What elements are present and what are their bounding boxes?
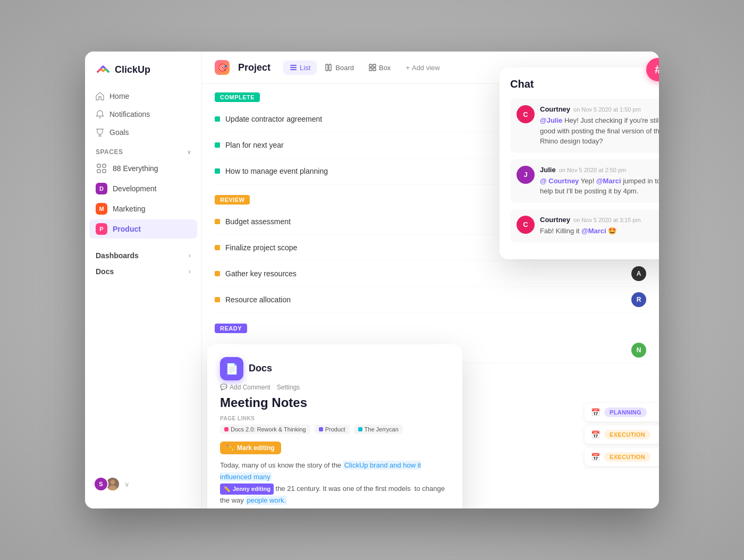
execution-badge-2: EXECUTION <box>604 452 650 462</box>
spaces-chevron[interactable]: ∨ <box>187 149 191 155</box>
table-row[interactable]: Gather key resources A <box>215 261 646 287</box>
avatar-group: S <box>94 477 120 491</box>
table-row[interactable]: Resource allocation R <box>215 287 646 313</box>
everything-label: 88 Everything <box>113 164 158 173</box>
list-icon <box>290 64 297 71</box>
task-status-dot <box>215 168 220 174</box>
everything-icon <box>96 163 107 174</box>
avatar: A <box>631 266 646 281</box>
sidebar-bottom: S ∨ <box>85 470 201 498</box>
add-comment-action[interactable]: 💬 Add Comment <box>220 384 270 391</box>
sidebar-item-development[interactable]: D Development <box>89 179 197 198</box>
svg-rect-8 <box>290 69 297 70</box>
chat-avatar-courtney: C <box>517 105 535 123</box>
chat-title: Chat <box>510 78 659 90</box>
tab-list[interactable]: List <box>283 61 317 75</box>
docs-actions: 💬 Add Comment Settings <box>220 384 450 391</box>
project-icon: 🎯 <box>215 60 230 75</box>
chat-message-3: C Courtney on Nov 5 2020 at 3:15 pm Fab!… <box>510 209 659 243</box>
avatar: R <box>631 292 646 307</box>
complete-badge: COMPLETE <box>215 92 260 102</box>
spaces-header: Spaces ∨ <box>85 142 201 159</box>
svg-rect-1 <box>103 164 106 167</box>
page-link-2[interactable]: Product <box>315 425 350 434</box>
chat-panel: # Chat C Courtney on Nov 5 2020 at 1:50 … <box>500 67 659 259</box>
svg-rect-13 <box>369 68 372 71</box>
calendar-icon: 📅 <box>591 408 600 417</box>
avatar: N <box>631 343 646 358</box>
settings-action[interactable]: Settings <box>277 384 300 391</box>
sidebar-item-goals[interactable]: Goals <box>89 124 197 141</box>
docs-section[interactable]: Docs › <box>85 262 201 278</box>
page-link-dot-3 <box>358 427 362 431</box>
svg-rect-9 <box>326 64 328 71</box>
badge-row-2: 📅 EXECUTION 💬 <box>585 426 659 444</box>
tab-board[interactable]: Board <box>319 61 360 75</box>
svg-point-4 <box>111 480 115 485</box>
dashboards-section[interactable]: Dashboards › <box>85 246 201 262</box>
highlight-people: people work. <box>246 496 287 505</box>
chat-text-2: @ Courtney Yep! @Marci jumped in to help… <box>540 176 659 197</box>
svg-rect-3 <box>103 169 106 173</box>
svg-rect-2 <box>97 169 100 173</box>
chat-text-3: Fab! Killing it @Marci 🤩 <box>540 226 641 236</box>
bell-icon <box>96 110 104 118</box>
sidebar: ClickUp Home Notifications Goals Spaces … <box>85 52 202 508</box>
sidebar-item-product[interactable]: P Product <box>89 219 197 239</box>
docs-panel: 📄 Docs 💬 Add Comment Settings Meeting No… <box>207 344 462 508</box>
mark-editing-button[interactable]: ✏️ Mark editing <box>220 442 281 454</box>
docs-chevron: › <box>189 268 191 275</box>
svg-rect-12 <box>373 64 376 67</box>
chat-avatar-courtney2: C <box>517 216 535 234</box>
highlight-clickup: ClickUp brand and how it influenced many <box>220 461 421 481</box>
page-link-dot-1 <box>224 427 229 431</box>
badge-row-3: 📅 EXECUTION 💬 <box>585 448 659 466</box>
ready-badge: READY <box>215 324 247 333</box>
dashboards-chevron: › <box>189 252 191 259</box>
docs-icon[interactable]: 📄 <box>220 357 243 380</box>
docs-panel-header: 📄 Docs <box>220 357 450 380</box>
avatar-s: S <box>94 477 108 491</box>
trophy-icon <box>96 128 104 137</box>
sidebar-item-marketing[interactable]: M Marketing <box>89 199 197 218</box>
task-status-dot <box>215 245 220 250</box>
docs-title: Meeting Notes <box>220 395 450 410</box>
svg-rect-0 <box>97 164 100 167</box>
logo: ClickUp <box>85 62 201 88</box>
chat-text-1: @Julie Hey! Just checking if you're stil… <box>540 115 659 147</box>
add-view-button[interactable]: + Add view <box>399 61 446 75</box>
page-link-3[interactable]: The Jerrycan <box>354 425 403 434</box>
jenny-editing-badge: ✏️ Jenny editing <box>220 483 274 495</box>
task-status-dot <box>215 271 220 276</box>
task-status-dot <box>215 219 220 224</box>
board-icon <box>325 64 333 71</box>
chat-avatar-julie: J <box>517 166 535 184</box>
sidebar-item-notifications[interactable]: Notifications <box>89 106 197 123</box>
badge-row-1: 📅 PLANNING 💬 <box>585 403 659 421</box>
task-status-dot <box>215 142 220 148</box>
task-status-dot <box>215 297 220 302</box>
execution-badge-1: EXECUTION <box>604 430 650 439</box>
user-dropdown-arrow[interactable]: ∨ <box>124 480 130 488</box>
svg-rect-10 <box>329 64 331 71</box>
clickup-logo-icon <box>96 62 111 77</box>
tab-box[interactable]: Box <box>362 61 397 75</box>
planning-badge: PLANNING <box>604 408 647 417</box>
app-name: ClickUp <box>115 64 150 75</box>
docs-header-label: Docs <box>249 363 272 374</box>
chat-message-2: J Julie on Nov 5 2020 at 2:50 pm @ Court… <box>510 159 659 203</box>
calendar-icon-3: 📅 <box>591 453 600 461</box>
sidebar-item-everything[interactable]: 88 Everything <box>89 159 197 178</box>
sidebar-nav: Home Notifications Goals <box>85 88 201 142</box>
view-tabs: List Board Box + Add view <box>283 61 446 75</box>
docs-body: Today, many of us know the story of the … <box>220 460 450 506</box>
sidebar-item-home[interactable]: Home <box>89 88 197 105</box>
page-link-dot-2 <box>319 427 323 431</box>
svg-rect-6 <box>290 65 297 66</box>
page-links-label: PAGE LINKS <box>220 415 450 421</box>
task-status-dot <box>215 116 220 122</box>
svg-rect-14 <box>373 68 376 71</box>
page-link-1[interactable]: Docs 2.0: Rework & Thinking <box>220 425 310 434</box>
development-icon: D <box>96 183 107 194</box>
chat-message-1: C Courtney on Nov 5 2020 at 1:50 pm @Jul… <box>510 99 659 153</box>
